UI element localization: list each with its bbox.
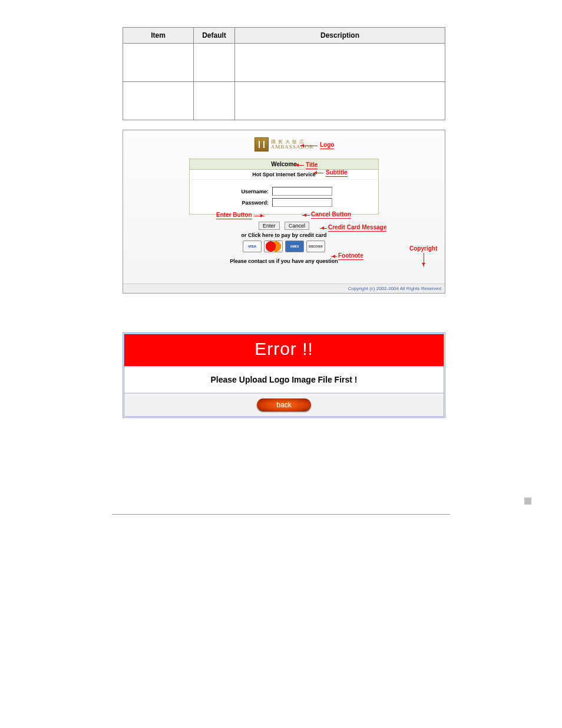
amex-icon: AMEX <box>285 241 304 252</box>
arrow-icon <box>300 146 318 146</box>
login-footnote: Please contact us if you have any questi… <box>128 258 440 264</box>
visa-icon: VISA <box>243 241 262 252</box>
mastercard-icon <box>264 241 283 252</box>
password-input[interactable] <box>272 198 332 207</box>
arrow-icon <box>331 256 337 257</box>
username-input[interactable] <box>272 187 332 196</box>
back-button[interactable]: back <box>257 398 311 411</box>
login-page-preview: 國 賓 大 飯 店 AMBASSADOR Logo Welcome Hot Sp… <box>123 130 445 294</box>
card-icons: VISA AMEX DISCOVER <box>128 241 440 252</box>
login-copyright: Copyright (c) 2002-2004 All Rights Reser… <box>123 284 445 293</box>
error-heading: Error !! <box>124 334 444 366</box>
password-label: Password: <box>236 200 269 206</box>
login-subtitle: Hot Spot Internet Service <box>190 170 378 180</box>
error-message: Please Upload Logo Image File First ! <box>124 366 444 393</box>
table-row <box>123 44 445 82</box>
annotation-logo: Logo <box>320 142 334 149</box>
th-description: Description <box>235 28 445 44</box>
annotation-subtitle: Subtitle <box>326 170 348 177</box>
th-default: Default <box>194 28 235 44</box>
table-row <box>123 82 445 120</box>
annotation-copyright: Copyright <box>409 246 437 252</box>
arrow-icon <box>254 216 265 216</box>
error-dialog: Error !! Please Upload Logo Image File F… <box>123 332 445 418</box>
login-panel: Welcome Hot Spot Internet Service Userna… <box>189 159 379 215</box>
discover-icon: DISCOVER <box>306 241 325 252</box>
footer-rule <box>112 514 450 515</box>
arrow-icon <box>313 173 323 173</box>
annotation-title: Title <box>306 162 318 169</box>
arrow-icon <box>424 253 424 267</box>
config-table: Item Default Description <box>123 27 445 120</box>
username-label: Username: <box>236 189 269 195</box>
login-title: Welcome <box>190 159 378 170</box>
annotation-enter: Enter Button <box>216 212 252 219</box>
logo-text: 國 賓 大 飯 店 AMBASSADOR <box>271 140 314 150</box>
logo-icon <box>254 137 269 151</box>
credit-card-message: or Click here to pay by credit card <box>128 232 440 238</box>
enter-button[interactable]: Enter <box>259 222 280 230</box>
annotation-credit: Credit Card Message <box>328 225 386 232</box>
arrow-icon <box>295 165 304 166</box>
annotation-footnote: Footnote <box>338 253 363 260</box>
cancel-button[interactable]: Cancel <box>285 222 309 230</box>
annotation-cancel: Cancel Button <box>311 212 351 219</box>
arrow-icon <box>302 215 310 216</box>
th-item: Item <box>123 28 194 44</box>
arrow-icon <box>320 228 327 229</box>
logo-text-en: AMBASSADOR <box>271 144 314 150</box>
page-number-mark <box>524 498 531 505</box>
